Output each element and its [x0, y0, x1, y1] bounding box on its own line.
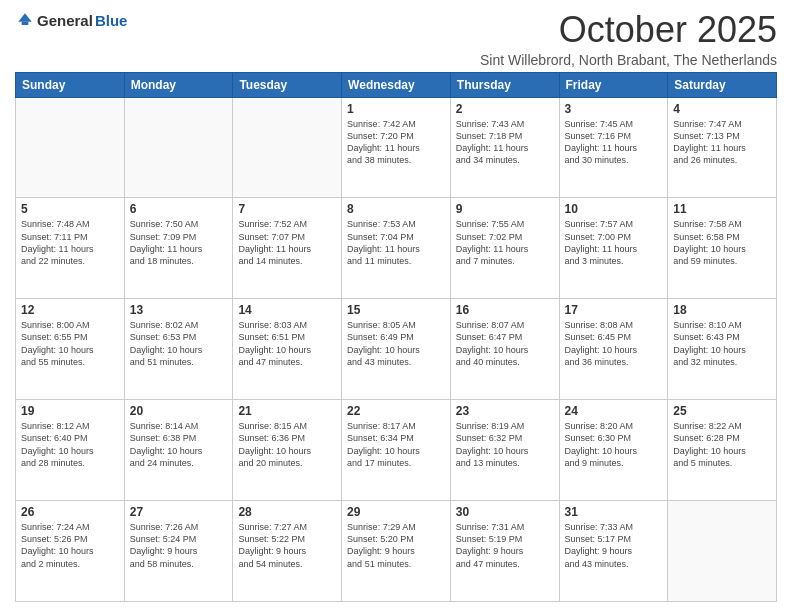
- day-info: Sunrise: 7:57 AM Sunset: 7:00 PM Dayligh…: [565, 218, 663, 267]
- calendar-week-5: 26Sunrise: 7:24 AM Sunset: 5:26 PM Dayli…: [16, 501, 777, 602]
- day-number: 19: [21, 404, 119, 418]
- day-info: Sunrise: 7:45 AM Sunset: 7:16 PM Dayligh…: [565, 118, 663, 167]
- col-tuesday: Tuesday: [233, 72, 342, 97]
- day-info: Sunrise: 7:58 AM Sunset: 6:58 PM Dayligh…: [673, 218, 771, 267]
- day-info: Sunrise: 8:03 AM Sunset: 6:51 PM Dayligh…: [238, 319, 336, 368]
- logo: General Blue: [15, 10, 127, 30]
- day-info: Sunrise: 7:43 AM Sunset: 7:18 PM Dayligh…: [456, 118, 554, 167]
- calendar-cell: [16, 97, 125, 198]
- day-number: 1: [347, 102, 445, 116]
- day-number: 7: [238, 202, 336, 216]
- day-number: 17: [565, 303, 663, 317]
- calendar-cell: 6Sunrise: 7:50 AM Sunset: 7:09 PM Daylig…: [124, 198, 233, 299]
- calendar-cell: 5Sunrise: 7:48 AM Sunset: 7:11 PM Daylig…: [16, 198, 125, 299]
- calendar-cell: 27Sunrise: 7:26 AM Sunset: 5:24 PM Dayli…: [124, 501, 233, 602]
- calendar-cell: 12Sunrise: 8:00 AM Sunset: 6:55 PM Dayli…: [16, 299, 125, 400]
- calendar-cell: 23Sunrise: 8:19 AM Sunset: 6:32 PM Dayli…: [450, 400, 559, 501]
- calendar-cell: 31Sunrise: 7:33 AM Sunset: 5:17 PM Dayli…: [559, 501, 668, 602]
- location-title: Sint Willebrord, North Brabant, The Neth…: [480, 52, 777, 68]
- logo-blue-text: Blue: [95, 12, 128, 29]
- calendar-cell: [233, 97, 342, 198]
- day-info: Sunrise: 7:47 AM Sunset: 7:13 PM Dayligh…: [673, 118, 771, 167]
- title-section: October 2025 Sint Willebrord, North Brab…: [480, 10, 777, 68]
- day-info: Sunrise: 8:22 AM Sunset: 6:28 PM Dayligh…: [673, 420, 771, 469]
- day-number: 27: [130, 505, 228, 519]
- svg-marker-0: [18, 13, 31, 21]
- calendar-cell: [668, 501, 777, 602]
- calendar-cell: 25Sunrise: 8:22 AM Sunset: 6:28 PM Dayli…: [668, 400, 777, 501]
- day-number: 10: [565, 202, 663, 216]
- col-wednesday: Wednesday: [342, 72, 451, 97]
- calendar-cell: 11Sunrise: 7:58 AM Sunset: 6:58 PM Dayli…: [668, 198, 777, 299]
- day-info: Sunrise: 8:20 AM Sunset: 6:30 PM Dayligh…: [565, 420, 663, 469]
- calendar-table: Sunday Monday Tuesday Wednesday Thursday…: [15, 72, 777, 602]
- logo-general-text: General: [37, 12, 93, 29]
- calendar-week-2: 5Sunrise: 7:48 AM Sunset: 7:11 PM Daylig…: [16, 198, 777, 299]
- day-number: 9: [456, 202, 554, 216]
- calendar-cell: 24Sunrise: 8:20 AM Sunset: 6:30 PM Dayli…: [559, 400, 668, 501]
- day-number: 6: [130, 202, 228, 216]
- calendar-cell: 4Sunrise: 7:47 AM Sunset: 7:13 PM Daylig…: [668, 97, 777, 198]
- calendar-cell: 28Sunrise: 7:27 AM Sunset: 5:22 PM Dayli…: [233, 501, 342, 602]
- day-number: 4: [673, 102, 771, 116]
- calendar-cell: 8Sunrise: 7:53 AM Sunset: 7:04 PM Daylig…: [342, 198, 451, 299]
- calendar-header-row: Sunday Monday Tuesday Wednesday Thursday…: [16, 72, 777, 97]
- calendar-cell: 29Sunrise: 7:29 AM Sunset: 5:20 PM Dayli…: [342, 501, 451, 602]
- day-info: Sunrise: 8:10 AM Sunset: 6:43 PM Dayligh…: [673, 319, 771, 368]
- day-info: Sunrise: 8:12 AM Sunset: 6:40 PM Dayligh…: [21, 420, 119, 469]
- calendar-cell: 19Sunrise: 8:12 AM Sunset: 6:40 PM Dayli…: [16, 400, 125, 501]
- day-number: 12: [21, 303, 119, 317]
- day-info: Sunrise: 7:42 AM Sunset: 7:20 PM Dayligh…: [347, 118, 445, 167]
- calendar-cell: 16Sunrise: 8:07 AM Sunset: 6:47 PM Dayli…: [450, 299, 559, 400]
- calendar-cell: 17Sunrise: 8:08 AM Sunset: 6:45 PM Dayli…: [559, 299, 668, 400]
- calendar-cell: 9Sunrise: 7:55 AM Sunset: 7:02 PM Daylig…: [450, 198, 559, 299]
- calendar-cell: 7Sunrise: 7:52 AM Sunset: 7:07 PM Daylig…: [233, 198, 342, 299]
- calendar-cell: 13Sunrise: 8:02 AM Sunset: 6:53 PM Dayli…: [124, 299, 233, 400]
- day-number: 20: [130, 404, 228, 418]
- day-number: 15: [347, 303, 445, 317]
- day-number: 30: [456, 505, 554, 519]
- day-info: Sunrise: 8:07 AM Sunset: 6:47 PM Dayligh…: [456, 319, 554, 368]
- day-number: 14: [238, 303, 336, 317]
- day-info: Sunrise: 7:50 AM Sunset: 7:09 PM Dayligh…: [130, 218, 228, 267]
- calendar-cell: 15Sunrise: 8:05 AM Sunset: 6:49 PM Dayli…: [342, 299, 451, 400]
- col-saturday: Saturday: [668, 72, 777, 97]
- day-number: 28: [238, 505, 336, 519]
- day-info: Sunrise: 8:08 AM Sunset: 6:45 PM Dayligh…: [565, 319, 663, 368]
- calendar-week-1: 1Sunrise: 7:42 AM Sunset: 7:20 PM Daylig…: [16, 97, 777, 198]
- col-friday: Friday: [559, 72, 668, 97]
- day-number: 5: [21, 202, 119, 216]
- day-info: Sunrise: 8:19 AM Sunset: 6:32 PM Dayligh…: [456, 420, 554, 469]
- day-info: Sunrise: 7:24 AM Sunset: 5:26 PM Dayligh…: [21, 521, 119, 570]
- calendar-cell: 14Sunrise: 8:03 AM Sunset: 6:51 PM Dayli…: [233, 299, 342, 400]
- calendar-cell: 21Sunrise: 8:15 AM Sunset: 6:36 PM Dayli…: [233, 400, 342, 501]
- month-title: October 2025: [480, 10, 777, 50]
- day-number: 16: [456, 303, 554, 317]
- day-info: Sunrise: 8:02 AM Sunset: 6:53 PM Dayligh…: [130, 319, 228, 368]
- calendar-cell: 22Sunrise: 8:17 AM Sunset: 6:34 PM Dayli…: [342, 400, 451, 501]
- day-info: Sunrise: 7:55 AM Sunset: 7:02 PM Dayligh…: [456, 218, 554, 267]
- day-info: Sunrise: 7:29 AM Sunset: 5:20 PM Dayligh…: [347, 521, 445, 570]
- calendar-cell: [124, 97, 233, 198]
- header: General Blue October 2025 Sint Willebror…: [15, 10, 777, 68]
- day-info: Sunrise: 8:00 AM Sunset: 6:55 PM Dayligh…: [21, 319, 119, 368]
- day-number: 21: [238, 404, 336, 418]
- day-number: 13: [130, 303, 228, 317]
- calendar-cell: 3Sunrise: 7:45 AM Sunset: 7:16 PM Daylig…: [559, 97, 668, 198]
- day-number: 24: [565, 404, 663, 418]
- day-number: 18: [673, 303, 771, 317]
- calendar-cell: 20Sunrise: 8:14 AM Sunset: 6:38 PM Dayli…: [124, 400, 233, 501]
- calendar-cell: 2Sunrise: 7:43 AM Sunset: 7:18 PM Daylig…: [450, 97, 559, 198]
- day-number: 29: [347, 505, 445, 519]
- calendar-cell: 26Sunrise: 7:24 AM Sunset: 5:26 PM Dayli…: [16, 501, 125, 602]
- day-number: 8: [347, 202, 445, 216]
- svg-rect-1: [22, 22, 29, 25]
- day-info: Sunrise: 8:15 AM Sunset: 6:36 PM Dayligh…: [238, 420, 336, 469]
- calendar-cell: 30Sunrise: 7:31 AM Sunset: 5:19 PM Dayli…: [450, 501, 559, 602]
- day-info: Sunrise: 7:53 AM Sunset: 7:04 PM Dayligh…: [347, 218, 445, 267]
- calendar-week-3: 12Sunrise: 8:00 AM Sunset: 6:55 PM Dayli…: [16, 299, 777, 400]
- page: General Blue October 2025 Sint Willebror…: [0, 0, 792, 612]
- day-number: 2: [456, 102, 554, 116]
- day-info: Sunrise: 8:14 AM Sunset: 6:38 PM Dayligh…: [130, 420, 228, 469]
- day-number: 26: [21, 505, 119, 519]
